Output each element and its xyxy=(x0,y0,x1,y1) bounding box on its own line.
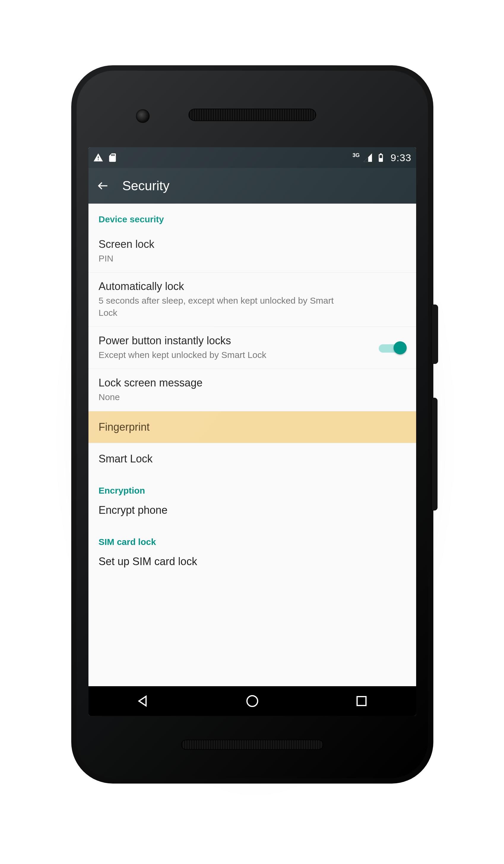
row-title: Lock screen message xyxy=(98,376,406,390)
row-power-button-locks[interactable]: Power button instantly locks Except when… xyxy=(88,327,416,369)
warning-icon xyxy=(93,153,103,163)
row-value: None xyxy=(98,391,342,403)
row-title: Encrypt phone xyxy=(98,503,406,517)
status-bar: 3G 9:33 xyxy=(88,147,416,168)
svg-point-0 xyxy=(247,696,257,706)
sd-card-icon xyxy=(107,153,118,163)
svg-rect-1 xyxy=(357,697,366,706)
status-clock: 9:33 xyxy=(391,152,411,164)
row-smart-lock[interactable]: Smart Lock xyxy=(88,443,416,475)
back-button[interactable] xyxy=(96,178,110,193)
row-title: Smart Lock xyxy=(98,452,406,466)
row-title: Screen lock xyxy=(98,238,406,251)
phone-body: 3G 9:33 xyxy=(71,65,433,783)
nav-back-button[interactable] xyxy=(134,692,152,710)
earpiece-speaker xyxy=(189,109,316,121)
row-value: PIN xyxy=(98,253,342,265)
network-type-label: 3G xyxy=(352,150,360,160)
power-button-hardware xyxy=(432,304,438,364)
row-value: Except when kept unlocked by Smart Lock xyxy=(98,349,342,361)
row-title: Fingerprint xyxy=(98,420,406,434)
cell-signal-icon xyxy=(363,153,373,163)
volume-rocker-hardware xyxy=(432,398,437,511)
settings-list[interactable]: Device security Screen lock PIN Automati… xyxy=(88,204,416,686)
section-sim-card-lock: SIM card lock xyxy=(88,526,416,553)
row-value: 5 seconds after sleep, except when kept … xyxy=(98,295,342,319)
row-title: Set up SIM card lock xyxy=(98,555,406,569)
battery-icon xyxy=(376,153,386,163)
row-title: Power button instantly locks xyxy=(98,334,406,348)
row-screen-lock[interactable]: Screen lock PIN xyxy=(88,230,416,273)
action-bar: Security xyxy=(88,168,416,204)
row-lock-screen-message[interactable]: Lock screen message None xyxy=(88,369,416,411)
front-camera xyxy=(136,109,149,123)
bottom-speaker xyxy=(181,740,324,750)
screen: 3G 9:33 xyxy=(88,147,416,716)
nav-recent-button[interactable] xyxy=(352,692,370,710)
section-encryption: Encryption xyxy=(88,475,416,502)
page-title: Security xyxy=(122,178,169,193)
navigation-bar xyxy=(88,686,416,716)
row-fingerprint[interactable]: Fingerprint xyxy=(88,411,416,443)
row-automatically-lock[interactable]: Automatically lock 5 seconds after sleep… xyxy=(88,273,416,327)
section-device-security: Device security xyxy=(88,204,416,230)
nav-home-button[interactable] xyxy=(243,692,261,710)
row-title: Automatically lock xyxy=(98,279,406,293)
row-encrypt-phone[interactable]: Encrypt phone xyxy=(88,502,416,526)
row-sim-setup[interactable]: Set up SIM card lock xyxy=(88,553,416,575)
power-button-locks-toggle[interactable] xyxy=(379,341,406,355)
